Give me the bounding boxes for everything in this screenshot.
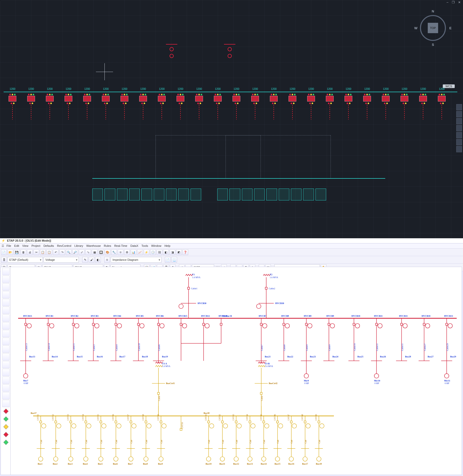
toolbar-btn-26[interactable]: ◨ (170, 249, 175, 255)
cad-feeder-block[interactable] (396, 92, 413, 120)
cad-feeder-block[interactable] (4, 92, 21, 120)
cad-lv-card[interactable] (154, 189, 164, 200)
toolbar-btn-20[interactable]: 📊 (131, 249, 136, 255)
nav-tool-icon[interactable] (456, 139, 462, 145)
nav-tool-icon[interactable] (456, 132, 462, 138)
menu-revcontrol[interactable]: RevControl (57, 244, 71, 247)
toolbar-btn-23[interactable]: 🕓 (150, 249, 156, 255)
cad-lv-card[interactable] (178, 189, 189, 200)
menu-warehouse[interactable]: Warehouse (86, 244, 101, 247)
cad-feeder-block[interactable] (284, 92, 301, 120)
maximize-button[interactable]: ❐ (452, 1, 455, 4)
page2-icon[interactable]: 📃 (171, 257, 177, 263)
cad-feeder-block[interactable] (377, 92, 395, 120)
toolbar-btn-5[interactable]: ✂ (33, 249, 39, 255)
etap-canvas[interactable]: T11.6 MVACable1HVCB30T21.6 MVACable2HVCB… (10, 267, 462, 475)
palette-gen[interactable] (2, 392, 10, 399)
palette-breaker[interactable] (2, 291, 10, 298)
cad-lv-card[interactable] (166, 189, 177, 200)
cad-feeder-block[interactable] (414, 92, 432, 120)
cad-lv-card[interactable] (242, 189, 252, 200)
profile-combo[interactable]: ETAP (Default) (8, 257, 43, 263)
nav-tool-icon[interactable] (456, 125, 462, 131)
palette-cable[interactable] (2, 338, 10, 345)
palette-pointer[interactable] (2, 268, 10, 275)
palette-bus[interactable] (2, 283, 10, 291)
close-button[interactable]: ✕ (458, 1, 461, 4)
menu-view[interactable]: View (22, 244, 29, 247)
palette-cmp[interactable] (2, 400, 10, 407)
menu-file[interactable]: File (6, 244, 11, 247)
toolbar-btn-1[interactable]: 📂 (8, 249, 13, 255)
menu-datax[interactable]: DataX (130, 244, 138, 247)
compass-n[interactable]: N (432, 9, 434, 13)
cad-lv-card[interactable] (104, 189, 115, 200)
menu-real-time[interactable]: Real-Time (114, 244, 127, 247)
palette-sc[interactable] (2, 307, 10, 314)
toolbar-btn-13[interactable]: ⤡ (85, 249, 91, 255)
toolbar-btn-4[interactable]: 🖨 (27, 249, 33, 255)
cad-lv-card[interactable] (266, 189, 277, 200)
compass-s[interactable]: S (432, 43, 434, 47)
palette-harm[interactable] (2, 361, 10, 368)
cad-lv-card[interactable] (279, 189, 289, 200)
palette-diam-y[interactable] (3, 424, 9, 429)
coloring-combo[interactable]: Voltage (44, 257, 79, 263)
cad-feeder-block[interactable] (209, 92, 227, 120)
toolbar-btn-12[interactable]: ⤢ (79, 249, 85, 255)
toolbar-btn-9[interactable]: ↷ (59, 249, 65, 255)
menu-window[interactable]: Window (151, 244, 161, 247)
nav-tool-icon[interactable] (456, 146, 462, 152)
cad-feeder-block[interactable] (302, 92, 320, 120)
toolbar-btn-16[interactable]: 🎨 (105, 249, 110, 255)
cad-feeder-block[interactable] (134, 92, 152, 120)
cad-lv-card[interactable] (129, 189, 140, 200)
cad-feeder-block[interactable] (41, 92, 59, 120)
toolbar-btn-21[interactable]: 📈 (137, 249, 143, 255)
viewcube-top[interactable]: TOP (428, 23, 438, 33)
cad-feeder-block[interactable] (228, 92, 245, 120)
palette-db[interactable] (2, 369, 10, 376)
cad-lv-card[interactable] (141, 189, 152, 200)
toolbar-btn-27[interactable]: ◩ (176, 249, 182, 255)
diagram-icon[interactable]: ⛭ (104, 257, 110, 263)
palette-diam-g[interactable] (3, 416, 9, 422)
compass-w[interactable]: W (414, 26, 417, 30)
cad-lv-card[interactable] (217, 189, 228, 200)
cad-feeder-block[interactable] (321, 92, 339, 120)
toolbar-btn-19[interactable]: ⚙ (124, 249, 130, 255)
menu-edit[interactable]: Edit (14, 244, 19, 247)
palette-arc[interactable] (2, 322, 10, 329)
menu-help[interactable]: Help (164, 244, 170, 247)
cad-feeder-block[interactable] (116, 92, 133, 120)
cad-lv-card[interactable] (303, 189, 314, 200)
cad-feeder-block[interactable] (172, 92, 189, 120)
pencil-icon[interactable]: ✎ (82, 257, 88, 263)
cad-feeder-block[interactable] (246, 92, 264, 120)
cad-lv-card[interactable] (229, 189, 240, 200)
menu-library[interactable]: Library (74, 244, 83, 247)
palette-pv[interactable] (2, 384, 10, 392)
toolbar-btn-22[interactable]: ⚡ (144, 249, 149, 255)
toolbar-btn-3[interactable]: 🗑 (20, 249, 26, 255)
cad-lv-card[interactable] (291, 189, 301, 200)
cad-feeder-block[interactable] (153, 92, 171, 120)
cad-lv-card[interactable] (315, 189, 326, 200)
cad-feeder-block[interactable] (340, 92, 357, 120)
diagram-type-combo[interactable]: Impedance Diagram (111, 257, 162, 263)
cad-lv-card[interactable] (254, 189, 265, 200)
compass-e[interactable]: E (449, 26, 452, 30)
cad-feeder-block[interactable] (60, 92, 77, 120)
menu-rules[interactable]: Rules (104, 244, 111, 247)
toolbar-btn-2[interactable]: 💾 (14, 249, 20, 255)
cad-feeder-block[interactable] (190, 92, 208, 120)
palette-pan[interactable] (2, 276, 10, 283)
palette-relay[interactable] (2, 353, 10, 360)
toolbar-btn-17[interactable]: 🔧 (111, 249, 117, 255)
cad-feeder-block[interactable] (22, 92, 40, 120)
minimize-button[interactable]: – (447, 1, 449, 4)
cad-canvas[interactable]: – ❐ ✕ TOP N E S W WCS 120012001200120012… (0, 0, 463, 238)
toolbar-btn-28[interactable]: ❓ (183, 249, 188, 255)
toolbar-btn-18[interactable]: ⛭ (118, 249, 123, 255)
menu-tools[interactable]: Tools (142, 244, 148, 247)
